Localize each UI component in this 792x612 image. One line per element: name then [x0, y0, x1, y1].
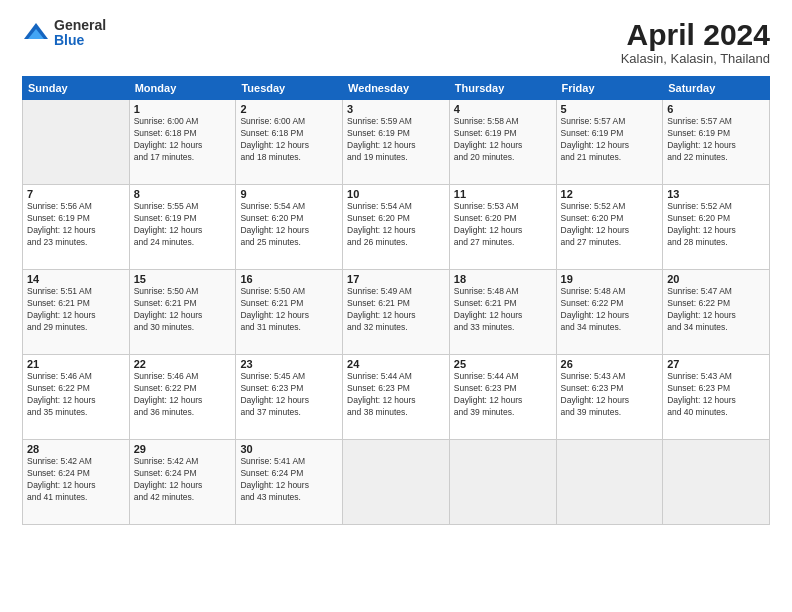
day-info: Sunrise: 5:42 AMSunset: 6:24 PMDaylight:…	[134, 456, 232, 504]
day-number: 24	[347, 358, 445, 370]
day-cell: 13Sunrise: 5:52 AMSunset: 6:20 PMDayligh…	[663, 185, 770, 270]
col-tuesday: Tuesday	[236, 77, 343, 100]
day-cell	[343, 440, 450, 525]
day-number: 7	[27, 188, 125, 200]
day-cell: 21Sunrise: 5:46 AMSunset: 6:22 PMDayligh…	[23, 355, 130, 440]
day-cell: 23Sunrise: 5:45 AMSunset: 6:23 PMDayligh…	[236, 355, 343, 440]
day-info: Sunrise: 5:57 AMSunset: 6:19 PMDaylight:…	[667, 116, 765, 164]
day-info: Sunrise: 5:59 AMSunset: 6:19 PMDaylight:…	[347, 116, 445, 164]
day-number: 1	[134, 103, 232, 115]
logo-text: General Blue	[54, 18, 106, 49]
day-number: 25	[454, 358, 552, 370]
calendar-subtitle: Kalasin, Kalasin, Thailand	[621, 51, 770, 66]
day-cell: 15Sunrise: 5:50 AMSunset: 6:21 PMDayligh…	[129, 270, 236, 355]
day-cell: 4Sunrise: 5:58 AMSunset: 6:19 PMDaylight…	[449, 100, 556, 185]
day-number: 27	[667, 358, 765, 370]
day-cell	[23, 100, 130, 185]
day-number: 20	[667, 273, 765, 285]
day-number: 23	[240, 358, 338, 370]
day-number: 5	[561, 103, 659, 115]
week-row-4: 28Sunrise: 5:42 AMSunset: 6:24 PMDayligh…	[23, 440, 770, 525]
day-cell: 10Sunrise: 5:54 AMSunset: 6:20 PMDayligh…	[343, 185, 450, 270]
day-number: 9	[240, 188, 338, 200]
day-number: 2	[240, 103, 338, 115]
day-number: 8	[134, 188, 232, 200]
day-info: Sunrise: 5:43 AMSunset: 6:23 PMDaylight:…	[667, 371, 765, 419]
day-number: 12	[561, 188, 659, 200]
day-number: 26	[561, 358, 659, 370]
day-number: 22	[134, 358, 232, 370]
day-cell: 14Sunrise: 5:51 AMSunset: 6:21 PMDayligh…	[23, 270, 130, 355]
logo-icon	[22, 19, 50, 47]
day-cell: 5Sunrise: 5:57 AMSunset: 6:19 PMDaylight…	[556, 100, 663, 185]
day-number: 21	[27, 358, 125, 370]
day-info: Sunrise: 5:42 AMSunset: 6:24 PMDaylight:…	[27, 456, 125, 504]
col-friday: Friday	[556, 77, 663, 100]
day-info: Sunrise: 5:55 AMSunset: 6:19 PMDaylight:…	[134, 201, 232, 249]
week-row-3: 21Sunrise: 5:46 AMSunset: 6:22 PMDayligh…	[23, 355, 770, 440]
day-info: Sunrise: 5:54 AMSunset: 6:20 PMDaylight:…	[347, 201, 445, 249]
logo-general: General	[54, 18, 106, 33]
day-info: Sunrise: 5:56 AMSunset: 6:19 PMDaylight:…	[27, 201, 125, 249]
day-cell: 28Sunrise: 5:42 AMSunset: 6:24 PMDayligh…	[23, 440, 130, 525]
day-cell	[449, 440, 556, 525]
day-number: 16	[240, 273, 338, 285]
day-cell: 9Sunrise: 5:54 AMSunset: 6:20 PMDaylight…	[236, 185, 343, 270]
day-number: 28	[27, 443, 125, 455]
col-saturday: Saturday	[663, 77, 770, 100]
day-info: Sunrise: 5:45 AMSunset: 6:23 PMDaylight:…	[240, 371, 338, 419]
day-number: 14	[27, 273, 125, 285]
day-info: Sunrise: 5:52 AMSunset: 6:20 PMDaylight:…	[561, 201, 659, 249]
day-cell: 12Sunrise: 5:52 AMSunset: 6:20 PMDayligh…	[556, 185, 663, 270]
day-cell: 2Sunrise: 6:00 AMSunset: 6:18 PMDaylight…	[236, 100, 343, 185]
col-monday: Monday	[129, 77, 236, 100]
day-number: 10	[347, 188, 445, 200]
day-number: 17	[347, 273, 445, 285]
day-info: Sunrise: 5:58 AMSunset: 6:19 PMDaylight:…	[454, 116, 552, 164]
day-cell: 27Sunrise: 5:43 AMSunset: 6:23 PMDayligh…	[663, 355, 770, 440]
day-cell: 7Sunrise: 5:56 AMSunset: 6:19 PMDaylight…	[23, 185, 130, 270]
day-info: Sunrise: 5:41 AMSunset: 6:24 PMDaylight:…	[240, 456, 338, 504]
day-number: 13	[667, 188, 765, 200]
day-info: Sunrise: 5:57 AMSunset: 6:19 PMDaylight:…	[561, 116, 659, 164]
day-cell: 22Sunrise: 5:46 AMSunset: 6:22 PMDayligh…	[129, 355, 236, 440]
day-number: 6	[667, 103, 765, 115]
day-cell: 6Sunrise: 5:57 AMSunset: 6:19 PMDaylight…	[663, 100, 770, 185]
logo: General Blue	[22, 18, 106, 49]
day-cell: 17Sunrise: 5:49 AMSunset: 6:21 PMDayligh…	[343, 270, 450, 355]
day-cell: 26Sunrise: 5:43 AMSunset: 6:23 PMDayligh…	[556, 355, 663, 440]
title-block: April 2024 Kalasin, Kalasin, Thailand	[621, 18, 770, 66]
day-info: Sunrise: 5:53 AMSunset: 6:20 PMDaylight:…	[454, 201, 552, 249]
day-cell: 8Sunrise: 5:55 AMSunset: 6:19 PMDaylight…	[129, 185, 236, 270]
day-cell	[663, 440, 770, 525]
week-row-0: 1Sunrise: 6:00 AMSunset: 6:18 PMDaylight…	[23, 100, 770, 185]
day-cell: 3Sunrise: 5:59 AMSunset: 6:19 PMDaylight…	[343, 100, 450, 185]
day-cell: 24Sunrise: 5:44 AMSunset: 6:23 PMDayligh…	[343, 355, 450, 440]
day-number: 11	[454, 188, 552, 200]
day-cell: 18Sunrise: 5:48 AMSunset: 6:21 PMDayligh…	[449, 270, 556, 355]
day-cell: 20Sunrise: 5:47 AMSunset: 6:22 PMDayligh…	[663, 270, 770, 355]
day-number: 3	[347, 103, 445, 115]
week-row-1: 7Sunrise: 5:56 AMSunset: 6:19 PMDaylight…	[23, 185, 770, 270]
day-cell: 1Sunrise: 6:00 AMSunset: 6:18 PMDaylight…	[129, 100, 236, 185]
day-info: Sunrise: 5:44 AMSunset: 6:23 PMDaylight:…	[347, 371, 445, 419]
day-cell	[556, 440, 663, 525]
day-cell: 25Sunrise: 5:44 AMSunset: 6:23 PMDayligh…	[449, 355, 556, 440]
day-info: Sunrise: 6:00 AMSunset: 6:18 PMDaylight:…	[134, 116, 232, 164]
day-cell: 29Sunrise: 5:42 AMSunset: 6:24 PMDayligh…	[129, 440, 236, 525]
day-number: 15	[134, 273, 232, 285]
day-info: Sunrise: 5:50 AMSunset: 6:21 PMDaylight:…	[134, 286, 232, 334]
day-cell: 19Sunrise: 5:48 AMSunset: 6:22 PMDayligh…	[556, 270, 663, 355]
page: General Blue April 2024 Kalasin, Kalasin…	[0, 0, 792, 612]
day-cell: 30Sunrise: 5:41 AMSunset: 6:24 PMDayligh…	[236, 440, 343, 525]
day-info: Sunrise: 5:48 AMSunset: 6:22 PMDaylight:…	[561, 286, 659, 334]
calendar-table: Sunday Monday Tuesday Wednesday Thursday…	[22, 76, 770, 525]
day-info: Sunrise: 5:46 AMSunset: 6:22 PMDaylight:…	[27, 371, 125, 419]
day-info: Sunrise: 5:52 AMSunset: 6:20 PMDaylight:…	[667, 201, 765, 249]
col-sunday: Sunday	[23, 77, 130, 100]
day-number: 29	[134, 443, 232, 455]
col-thursday: Thursday	[449, 77, 556, 100]
day-number: 18	[454, 273, 552, 285]
day-info: Sunrise: 5:51 AMSunset: 6:21 PMDaylight:…	[27, 286, 125, 334]
day-info: Sunrise: 5:47 AMSunset: 6:22 PMDaylight:…	[667, 286, 765, 334]
